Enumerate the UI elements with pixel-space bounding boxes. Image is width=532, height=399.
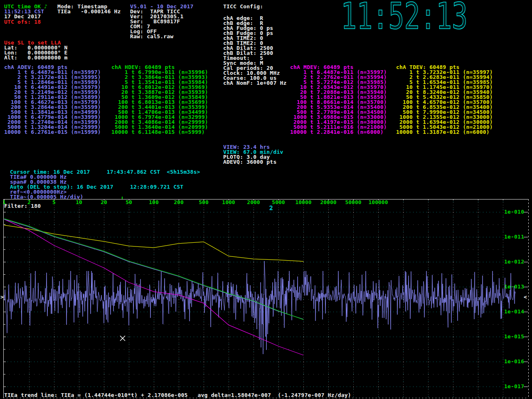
- tau-axis-label: 10: [66, 200, 91, 205]
- trace-right-arrow: <: [524, 294, 527, 300]
- sigma-axis-label: 1e-012: [504, 259, 524, 264]
- sigma-axis-label: 1e-011: [504, 234, 524, 239]
- tau-axis-label: 100000: [366, 200, 391, 205]
- tau-axis-label: 5: [42, 200, 66, 205]
- trace-left-arrow: >: [0, 294, 4, 300]
- heather-console-screen: UTC time OK ♪ 11:52:13 CST 17 Dec 2017 U…: [0, 0, 532, 399]
- sigma-axis-label: 1e-010: [504, 209, 524, 214]
- sigma-axis-label: 1e-016: [504, 359, 524, 364]
- time-marker-tick: [122, 197, 123, 199]
- sigma-axis-label: 1e-013: [504, 284, 524, 289]
- tau-axis-label: 200: [166, 200, 191, 205]
- trend-line-readout: TIEa trend line: TIEa = (1.44744e-010*t)…: [4, 393, 351, 398]
- cha-tdev-curve: [4, 225, 303, 261]
- tau-axis-label: 10000: [291, 200, 316, 205]
- tau-axis-label: 2000: [241, 200, 266, 205]
- sigma-axis-label: 1e-015: [504, 334, 524, 339]
- adev-queue-marker: 2: [269, 204, 273, 211]
- tau-axis-label: 500: [191, 200, 216, 205]
- filter-label: Filter: 180: [4, 204, 41, 209]
- tau-axis-label: 50: [116, 200, 141, 205]
- sigma-axis-label: 1e-014: [504, 309, 524, 314]
- tau-axis-label: 1000: [216, 200, 241, 205]
- sigma-axis-label: 1e-017: [504, 384, 524, 389]
- tiea-data-trace: [4, 261, 515, 354]
- tau-axis-label: 20000: [316, 200, 341, 205]
- tau-axis-label: 100: [141, 200, 166, 205]
- tau-axis-label: 20: [91, 200, 116, 205]
- tau-axis-label: 50000: [341, 200, 366, 205]
